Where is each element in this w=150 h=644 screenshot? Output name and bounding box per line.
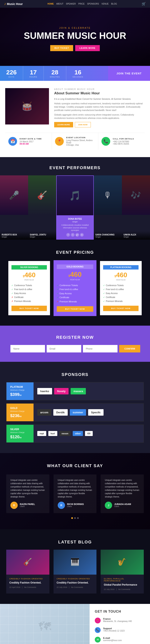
- testimonial-2-name: RICHI BORNNS: [67, 503, 84, 506]
- join-event-button[interactable]: JOIN THE EVENT: [108, 66, 150, 81]
- performer-5-role: Singer: [124, 236, 148, 238]
- nav-link-about[interactable]: ABOUT: [56, 3, 63, 5]
- pricing-section: EVENT PRICING SILVER BOOKING $460 PER/YE…: [0, 240, 150, 326]
- performer-3-role: Singer: [59, 221, 91, 223]
- contact-title: GET IN TOUCH: [95, 610, 145, 614]
- testimonial-3-avatar: J: [105, 502, 112, 509]
- blog-post-2: 🎹 Credibly Fashion Oriented Credibly Fas…: [53, 550, 97, 594]
- dot-2[interactable]: [74, 517, 76, 519]
- sponsors-section: SPONSORS PLATINUM Minimum Charge $39900 …: [0, 362, 150, 453]
- event-date-line1: 24 March 2017: [20, 140, 42, 143]
- countdown-seconds-value: 16: [74, 69, 81, 76]
- pricing-platinum-buy-button[interactable]: BUY TICKET NOW: [103, 306, 138, 311]
- pricing-silver-buy-button[interactable]: BUY TICKET NOW: [12, 306, 47, 311]
- blog-section: LATEST BLOG 🎸 Credibly Fashion Oriented …: [0, 529, 150, 604]
- phone-icon: 📞: [95, 627, 101, 633]
- sponsor-logo: haerko: [37, 388, 52, 394]
- register-confirm-button[interactable]: CONFIRM: [119, 345, 140, 352]
- navbar: ♪ Music Hour HOME ABOUT SPEAKER PRICE SP…: [0, 0, 150, 8]
- nav-link-venue[interactable]: VENUE: [101, 3, 109, 5]
- feature-item: ✓ Premium Minerals: [103, 299, 138, 303]
- event-call-title: CALL FOR DETAILS: [113, 138, 134, 140]
- social-tw-icon[interactable]: t: [71, 233, 74, 237]
- blog-2-tag: Credibly Fashion Oriented: [57, 578, 94, 580]
- register-phone-input[interactable]: [83, 345, 117, 352]
- sponsor-logo: masara: [71, 388, 86, 394]
- blog-3-comments: No Comments: [118, 588, 130, 590]
- sponsor-logo: Specifc: [88, 409, 104, 416]
- nav-link-blog[interactable]: BLOG: [111, 3, 117, 5]
- feature-item: ✓ Conference Tickets: [57, 283, 93, 288]
- nav-link-price[interactable]: PRICE: [78, 3, 85, 5]
- feature-item: ✓ Free lunch & coffee: [103, 288, 138, 291]
- contact-map: 🗺: [0, 604, 90, 644]
- pricing-gold-features: ✓ Conference Tickets ✓ Free lunch & coff…: [57, 283, 93, 304]
- hero-buy-ticket-button[interactable]: BUY TICKET: [50, 45, 73, 51]
- contact-phone-desc: +963 (Rooted) 12 1023: [103, 630, 125, 632]
- sponsor-platinum-price: $39900: [10, 392, 30, 397]
- sponsor-logo: flovely: [54, 388, 68, 394]
- event-location-icon: 📍: [55, 137, 64, 146]
- about-join-button[interactable]: JOIN NOW: [75, 122, 91, 128]
- performer-1-name: RUBERTO BOX: [2, 234, 26, 236]
- feature-item: ✓ Conference Tickets: [103, 284, 138, 288]
- performer-3-desc: Collaboratively visualize installed info…: [59, 224, 91, 232]
- performer-4-name: SARA CHANCHING: [95, 234, 120, 236]
- dot-1[interactable]: [71, 517, 73, 519]
- performer-5-name: UNKIN ALEX: [124, 234, 148, 236]
- contact-info: GET IN TOUCH 📍 France Marasante, St. cha…: [90, 604, 150, 644]
- testimonial-3-title: Client: [114, 506, 131, 508]
- blog-2-title: Credibly Fashion Oriented.: [57, 581, 94, 584]
- testimonial-2-title: Client: [67, 506, 84, 508]
- testimonial-2: Uniquel integrate user-centric collabora…: [53, 474, 97, 513]
- register-name-input[interactable]: [11, 345, 45, 352]
- contact-location-desc: Marasante, St. changeway #40: [103, 620, 132, 622]
- testimonial-dots: [6, 517, 144, 519]
- countdown-minutes-label: MINUTES: [50, 76, 60, 78]
- sponsor-gold-price: $23600: [10, 413, 30, 418]
- social-li-icon[interactable]: in: [80, 233, 84, 237]
- testimonials-section: WHAT OUR CLIENT SAY Uniquel integrate us…: [0, 453, 150, 529]
- pricing-platinum-features: ✓ Conference Tickets ✓ Free lunch & coff…: [103, 284, 138, 303]
- sponsor-platinum-name: PLATINUM: [10, 386, 30, 388]
- performer-5: 🎶 UNKIN ALEX Singer: [122, 176, 150, 240]
- sponsor-gold-label: GOLD Minimum Charge $23600: [7, 404, 34, 421]
- pricing-gold-buy-button[interactable]: BUY TICKET NOW: [57, 306, 93, 312]
- about-image: 🥁: [5, 88, 49, 124]
- register-section: REGISTER NOW CONFIRM: [0, 326, 150, 362]
- about-learn-more-button[interactable]: LEARN MORE: [54, 122, 73, 128]
- sponsor-logo: hurl: [48, 431, 57, 436]
- event-date-line2: 09:00 AM: [20, 143, 42, 145]
- testimonials-title: WHAT OUR CLIENT SAY: [6, 464, 144, 468]
- pricing-platinum-type: PLATINUM BOOKING: [103, 265, 138, 270]
- contact-email-desc: summon@hour.com: [103, 639, 122, 642]
- sponsor-logo: summer: [70, 409, 86, 416]
- hero-section: JOIN & CELEBRATE SUMMER MUSIC HOUR BUY T…: [0, 8, 150, 66]
- testimonial-3: Uniquel integrate user-centric collabora…: [101, 474, 144, 513]
- testimonial-1-title: Client: [20, 506, 35, 508]
- nav-links: HOME ABOUT SPEAKER PRICE SPONSORS VENUE …: [47, 3, 117, 5]
- pricing-silver-type: SILVER BOOKING: [12, 265, 47, 270]
- social-fb-icon[interactable]: f: [66, 233, 70, 237]
- feature-item: ✓ Certificate: [57, 296, 93, 300]
- social-gp-icon[interactable]: g+: [76, 233, 79, 237]
- nav-cart-icon[interactable]: 🛒: [142, 2, 146, 6]
- nav-link-speaker[interactable]: SPEAKER: [66, 3, 76, 5]
- hero-learn-more-button[interactable]: LEARN MORE: [75, 45, 100, 51]
- register-email-input[interactable]: [47, 345, 81, 352]
- performer-1-role: Singer: [2, 236, 26, 238]
- sponsor-logo: nexon: [59, 431, 71, 436]
- blog-1-title: Credibly Fashion Oriented.: [9, 581, 46, 584]
- pricing-silver-features: ✓ Conference Tickets ✓ Free lunch & coff…: [12, 284, 47, 303]
- dot-3[interactable]: [77, 517, 79, 519]
- about-desc1: It is a Long Established Music Concert f…: [54, 98, 145, 101]
- nav-link-home[interactable]: HOME: [47, 3, 54, 5]
- sponsor-silver-name: SILVER: [10, 428, 30, 431]
- testimonial-3-name: JUBADA ASAM: [114, 503, 131, 506]
- blog-2-comments: No Comments: [71, 586, 83, 588]
- performers-grid: 🎤 RUBERTO BOX Singer 🎸 SAMYEL JONTU Sing…: [0, 176, 150, 240]
- event-call-icon: 📞: [101, 137, 110, 146]
- about-desc3: Globally aggregate client-centric outsou…: [54, 113, 145, 120]
- testimonial-1-name: RAZIN PAREL: [20, 503, 35, 506]
- nav-link-sponsors[interactable]: SPONSORS: [87, 3, 99, 5]
